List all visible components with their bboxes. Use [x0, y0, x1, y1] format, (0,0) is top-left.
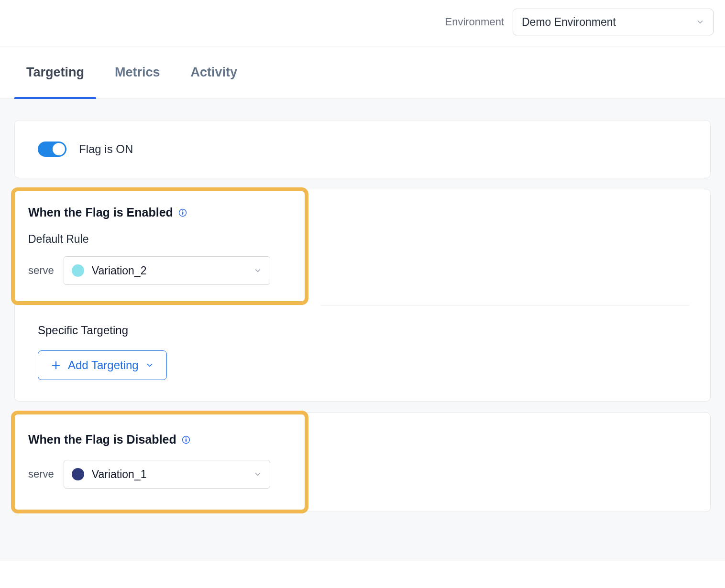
tab-targeting[interactable]: Targeting [26, 46, 84, 98]
specific-targeting-title: Specific Targeting [38, 324, 701, 337]
variation-swatch [72, 264, 84, 277]
plus-icon [51, 360, 61, 370]
serve-value-disabled: Variation_1 [92, 468, 246, 481]
tab-metrics[interactable]: Metrics [115, 46, 160, 98]
flag-status-label: Flag is ON [79, 142, 133, 156]
chevron-down-icon [696, 18, 704, 26]
info-icon [181, 435, 191, 445]
default-rule-label: Default Rule [28, 233, 295, 246]
serve-select-disabled[interactable]: Variation_1 [64, 460, 270, 489]
enabled-title: When the Flag is Enabled [28, 206, 173, 219]
flag-status-card: Flag is ON [14, 120, 711, 178]
serve-label-enabled: serve [28, 264, 54, 277]
enabled-highlight: When the Flag is Enabled Default Rule se… [11, 187, 308, 305]
chevron-down-icon [145, 361, 154, 370]
svg-rect-7 [186, 437, 187, 438]
serve-select-enabled[interactable]: Variation_2 [64, 256, 270, 285]
disabled-highlight: When the Flag is Disabled serve Variatio… [11, 411, 308, 513]
svg-rect-2 [182, 210, 183, 211]
environment-label: Environment [445, 16, 504, 28]
tabs: Targeting Metrics Activity [0, 46, 725, 99]
environment-row: Environment Demo Environment [0, 0, 725, 46]
variation-swatch [72, 468, 84, 480]
chevron-down-icon [253, 470, 262, 479]
tab-activity[interactable]: Activity [191, 46, 238, 98]
flag-disabled-card: When the Flag is Disabled serve Variatio… [14, 412, 711, 512]
svg-rect-1 [182, 212, 183, 214]
disabled-title: When the Flag is Disabled [28, 433, 176, 446]
serve-label-disabled: serve [28, 468, 54, 480]
info-icon [178, 208, 187, 218]
environment-select-value: Demo Environment [522, 16, 616, 29]
svg-rect-6 [186, 439, 187, 441]
serve-value-enabled: Variation_2 [92, 264, 246, 277]
chevron-down-icon [253, 266, 262, 275]
add-targeting-button[interactable]: Add Targeting [38, 350, 167, 380]
flag-enabled-card: When the Flag is Enabled Default Rule se… [14, 189, 711, 402]
flag-toggle[interactable] [38, 142, 66, 157]
environment-select[interactable]: Demo Environment [513, 9, 714, 35]
toggle-knob [53, 143, 65, 155]
add-targeting-label: Add Targeting [68, 359, 139, 372]
